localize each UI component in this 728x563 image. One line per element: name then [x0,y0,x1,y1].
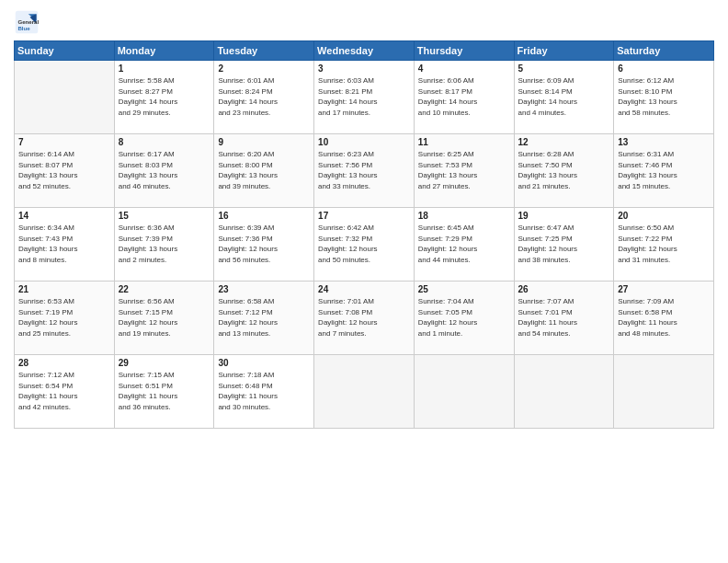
day-number: 23 [218,284,310,294]
calendar-cell: 29Sunrise: 7:15 AMSunset: 6:51 PMDayligh… [114,355,214,429]
col-saturday: Saturday [614,41,714,61]
day-info: Sunrise: 6:28 AMSunset: 7:50 PMDaylight:… [518,149,610,191]
day-number: 12 [518,137,610,147]
logo: General Blue [14,9,43,35]
calendar-cell: 9Sunrise: 6:20 AMSunset: 8:00 PMDaylight… [214,134,314,208]
day-info: Sunrise: 6:34 AMSunset: 7:43 PMDaylight:… [18,223,110,265]
day-info: Sunrise: 6:42 AMSunset: 7:32 PMDaylight:… [318,223,410,265]
day-info: Sunrise: 7:09 AMSunset: 6:58 PMDaylight:… [618,296,710,339]
calendar-cell: 14Sunrise: 6:34 AMSunset: 7:43 PMDayligh… [15,208,115,282]
calendar-cell: 11Sunrise: 6:25 AMSunset: 7:53 PMDayligh… [414,134,514,208]
day-number: 29 [119,358,210,368]
calendar-cell: 25Sunrise: 7:04 AMSunset: 7:05 PMDayligh… [414,282,514,355]
day-info: Sunrise: 7:04 AMSunset: 7:05 PMDaylight:… [418,296,510,339]
calendar-cell: 23Sunrise: 6:58 AMSunset: 7:12 PMDayligh… [214,282,314,355]
day-number: 26 [518,284,610,294]
col-monday: Monday [114,41,214,61]
day-number: 10 [318,137,410,147]
calendar-cell: 22Sunrise: 6:56 AMSunset: 7:15 PMDayligh… [114,282,214,355]
day-info: Sunrise: 6:53 AMSunset: 7:19 PMDaylight:… [18,296,110,339]
calendar-cell: 18Sunrise: 6:45 AMSunset: 7:29 PMDayligh… [414,208,514,282]
day-number: 25 [418,284,510,294]
day-info: Sunrise: 6:06 AMSunset: 8:17 PMDaylight:… [418,75,510,118]
calendar-cell: 16Sunrise: 6:39 AMSunset: 7:36 PMDayligh… [214,208,314,282]
calendar-cell [614,355,714,429]
calendar-cell: 27Sunrise: 7:09 AMSunset: 6:58 PMDayligh… [614,282,714,355]
header: General Blue [14,9,714,35]
day-info: Sunrise: 6:36 AMSunset: 7:39 PMDaylight:… [119,223,210,265]
day-number: 2 [218,63,310,74]
day-info: Sunrise: 6:56 AMSunset: 7:15 PMDaylight:… [119,296,210,339]
day-info: Sunrise: 6:12 AMSunset: 8:10 PMDaylight:… [618,75,710,118]
day-info: Sunrise: 7:18 AMSunset: 6:48 PMDaylight:… [218,370,310,412]
calendar-cell: 8Sunrise: 6:17 AMSunset: 8:03 PMDaylight… [114,134,214,208]
day-number: 1 [119,63,210,74]
day-number: 9 [218,137,310,147]
calendar-cell [15,61,115,134]
day-number: 21 [18,284,110,294]
day-info: Sunrise: 6:47 AMSunset: 7:25 PMDaylight:… [518,223,610,265]
svg-text:Blue: Blue [17,25,30,31]
calendar-cell: 30Sunrise: 7:18 AMSunset: 6:48 PMDayligh… [214,355,314,429]
day-number: 3 [318,63,410,74]
day-info: Sunrise: 7:07 AMSunset: 7:01 PMDaylight:… [518,296,610,339]
calendar-cell: 24Sunrise: 7:01 AMSunset: 7:08 PMDayligh… [314,282,415,355]
day-info: Sunrise: 5:58 AMSunset: 8:27 PMDaylight:… [119,75,210,118]
day-info: Sunrise: 6:31 AMSunset: 7:46 PMDaylight:… [618,149,710,191]
calendar-cell: 3Sunrise: 6:03 AMSunset: 8:21 PMDaylight… [314,61,415,134]
day-number: 5 [518,63,610,74]
calendar-cell [514,355,614,429]
calendar-cell: 19Sunrise: 6:47 AMSunset: 7:25 PMDayligh… [514,208,614,282]
calendar-cell: 2Sunrise: 6:01 AMSunset: 8:24 PMDaylight… [214,61,314,134]
calendar-cell: 12Sunrise: 6:28 AMSunset: 7:50 PMDayligh… [514,134,614,208]
calendar-cell: 17Sunrise: 6:42 AMSunset: 7:32 PMDayligh… [314,208,415,282]
calendar-cell: 20Sunrise: 6:50 AMSunset: 7:22 PMDayligh… [614,208,714,282]
day-number: 19 [518,211,610,221]
day-number: 14 [18,211,110,221]
day-number: 13 [618,137,710,147]
day-number: 8 [119,137,210,147]
calendar-week-2: 14Sunrise: 6:34 AMSunset: 7:43 PMDayligh… [15,208,714,282]
calendar-week-0: 1Sunrise: 5:58 AMSunset: 8:27 PMDaylight… [15,61,714,134]
calendar-cell: 15Sunrise: 6:36 AMSunset: 7:39 PMDayligh… [114,208,214,282]
calendar-cell: 26Sunrise: 7:07 AMSunset: 7:01 PMDayligh… [514,282,614,355]
calendar-cell: 5Sunrise: 6:09 AMSunset: 8:14 PMDaylight… [514,61,614,134]
day-info: Sunrise: 6:14 AMSunset: 8:07 PMDaylight:… [18,149,110,191]
header-row: Sunday Monday Tuesday Wednesday Thursday… [15,41,714,61]
day-info: Sunrise: 7:12 AMSunset: 6:54 PMDaylight:… [18,370,110,412]
day-info: Sunrise: 6:50 AMSunset: 7:22 PMDaylight:… [618,223,710,265]
calendar-cell: 21Sunrise: 6:53 AMSunset: 7:19 PMDayligh… [15,282,115,355]
day-number: 27 [618,284,710,294]
day-info: Sunrise: 6:23 AMSunset: 7:56 PMDaylight:… [318,149,410,191]
day-number: 15 [119,211,210,221]
col-tuesday: Tuesday [214,41,314,61]
day-number: 7 [18,137,110,147]
calendar-week-1: 7Sunrise: 6:14 AMSunset: 8:07 PMDaylight… [15,134,714,208]
day-info: Sunrise: 6:20 AMSunset: 8:00 PMDaylight:… [218,149,310,191]
day-number: 22 [119,284,210,294]
page: General Blue Sunday Monday Tuesday Wedne… [0,0,728,563]
calendar-table: Sunday Monday Tuesday Wednesday Thursday… [14,40,714,429]
logo-icon: General Blue [14,9,40,35]
day-number: 20 [618,211,710,221]
col-sunday: Sunday [15,41,115,61]
day-info: Sunrise: 6:58 AMSunset: 7:12 PMDaylight:… [218,296,310,339]
day-number: 18 [418,211,510,221]
col-thursday: Thursday [414,41,514,61]
day-number: 11 [418,137,510,147]
calendar-cell: 28Sunrise: 7:12 AMSunset: 6:54 PMDayligh… [15,355,115,429]
day-info: Sunrise: 6:09 AMSunset: 8:14 PMDaylight:… [518,75,610,118]
svg-text:General: General [17,18,39,25]
calendar-cell: 6Sunrise: 6:12 AMSunset: 8:10 PMDaylight… [614,61,714,134]
day-info: Sunrise: 6:45 AMSunset: 7:29 PMDaylight:… [418,223,510,265]
col-friday: Friday [514,41,614,61]
day-info: Sunrise: 6:01 AMSunset: 8:24 PMDaylight:… [218,75,310,118]
calendar-week-4: 28Sunrise: 7:12 AMSunset: 6:54 PMDayligh… [15,355,714,429]
calendar-cell [414,355,514,429]
day-number: 28 [18,358,110,368]
day-info: Sunrise: 6:17 AMSunset: 8:03 PMDaylight:… [119,149,210,191]
day-number: 24 [318,284,410,294]
day-info: Sunrise: 7:15 AMSunset: 6:51 PMDaylight:… [119,370,210,412]
day-info: Sunrise: 7:01 AMSunset: 7:08 PMDaylight:… [318,296,410,339]
day-info: Sunrise: 6:25 AMSunset: 7:53 PMDaylight:… [418,149,510,191]
